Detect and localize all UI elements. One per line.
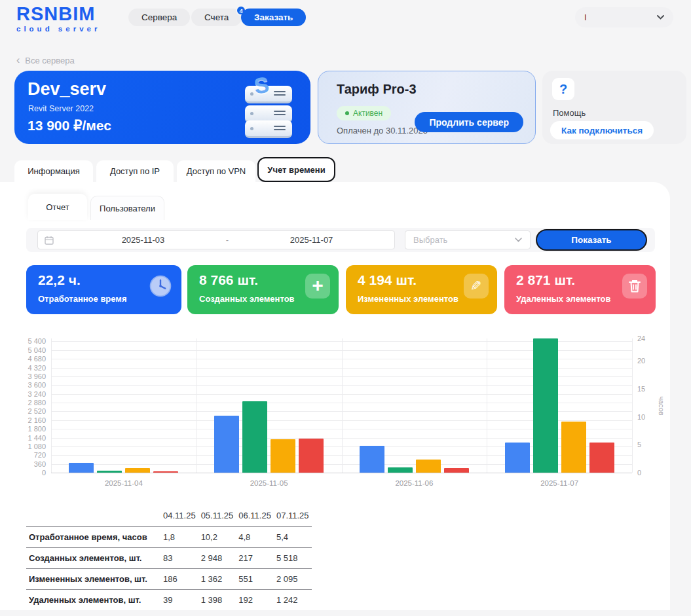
- table-cell: 10,2: [198, 526, 236, 547]
- y-axis-tick-right: 24: [637, 335, 657, 342]
- how-to-connect-link[interactable]: Как подключиться: [550, 121, 654, 139]
- bar-2025-11-06-series-2[interactable]: [416, 460, 441, 473]
- table-cell: 186: [160, 568, 198, 589]
- table-row: Удаленных элементов, шт.391 3981921 242: [26, 589, 312, 610]
- bar-2025-11-07-series-2[interactable]: [561, 422, 586, 473]
- question-mark-icon: ?: [552, 78, 574, 100]
- y-axis-tick-left: 1 440: [3, 434, 46, 442]
- bar-2025-11-05-series-1[interactable]: [242, 401, 267, 473]
- tab-2[interactable]: Доступ по VPN: [177, 160, 255, 182]
- bar-2025-11-05-series-3[interactable]: [299, 439, 324, 473]
- bar-2025-11-06-series-3[interactable]: [444, 468, 469, 473]
- account-select[interactable]: I: [575, 7, 673, 27]
- logo[interactable]: RSNBIM cloud server: [16, 5, 100, 33]
- help-title: Помощь: [553, 108, 586, 118]
- stat-value: 8 766 шт.: [199, 272, 258, 288]
- status-label: Активен: [353, 109, 383, 118]
- table-cell: 5,4: [274, 526, 312, 547]
- tab-3[interactable]: Учет времени: [257, 157, 335, 182]
- tabs-row: ИнформацияДоступ по IPДоступ по VPNУчет …: [0, 157, 691, 182]
- bar-2025-11-04-series-2[interactable]: [125, 468, 150, 473]
- y-axis-tick-left: 3 960: [3, 372, 46, 380]
- extend-server-button[interactable]: Продлить сервер: [415, 112, 523, 132]
- chevron-left-icon: ‹: [16, 55, 20, 65]
- row-label: Отработанное время, часов: [26, 526, 160, 547]
- table-header-row: 04.11.2505.11.2506.11.2507.11.25: [26, 505, 312, 526]
- row-label: Созданных элементов, шт.: [26, 547, 160, 568]
- stat-card-created: 8 766 шт. Созданных элементов +: [187, 265, 339, 314]
- bar-2025-11-05-series-0[interactable]: [214, 416, 239, 473]
- table-row: Отработанное время, часов1,810,24,85,4: [26, 526, 312, 547]
- bar-chart: 03607201 0801 4401 8002 1602 5202 8803 2…: [0, 329, 670, 494]
- server-price: 13 900 ₽/мес: [28, 118, 111, 134]
- y-axis-tick-left: 4 680: [3, 355, 46, 363]
- select-placeholder: Выбрать: [413, 235, 515, 245]
- server-name: Dev_serv: [28, 79, 106, 100]
- tab-1[interactable]: Доступ по IP: [96, 160, 174, 182]
- nav-servers-button[interactable]: Сервера: [128, 9, 190, 26]
- stat-label: Созданных элементов: [199, 294, 295, 304]
- logo-title: RSNBIM: [16, 5, 100, 24]
- y-axis-tick-left: 3 240: [3, 390, 46, 398]
- report-table: 04.11.2505.11.2506.11.2507.11.25 Отработ…: [26, 505, 312, 610]
- stat-label: Отработанное время: [38, 294, 127, 304]
- row-label: Измененных элементов, шт.: [26, 568, 160, 589]
- table-cell: 192: [236, 589, 274, 610]
- stat-card-modified: 4 194 шт. Измененных элементов ✎: [346, 265, 497, 314]
- gridline: [196, 338, 197, 473]
- bar-2025-11-06-series-0[interactable]: [360, 446, 384, 473]
- bar-2025-11-07-series-0[interactable]: [505, 443, 530, 473]
- chevron-down-icon: [515, 238, 522, 242]
- table-cell: 4,8: [236, 526, 274, 547]
- status-badge: Активен: [337, 106, 391, 120]
- gridline: [51, 473, 632, 473]
- table-cell: 5 518: [274, 547, 312, 568]
- y-axis-tick-right: 10: [637, 413, 657, 421]
- bar-2025-11-07-series-3[interactable]: [589, 443, 614, 473]
- table-cell: 2 948: [198, 547, 236, 568]
- table-column-header: 06.11.25: [236, 505, 274, 526]
- server-card: Dev_serv Revit Server 2022 13 900 ₽/мес …: [14, 71, 310, 144]
- bar-2025-11-04-series-0[interactable]: [69, 463, 94, 473]
- y-axis-tick-right: 5: [637, 441, 657, 448]
- table-cell: 2 095: [274, 568, 312, 589]
- nav-bills-button[interactable]: Счета 4: [191, 9, 242, 26]
- date-from-value[interactable]: 2025-11-03: [60, 235, 226, 245]
- bar-2025-11-04-series-1[interactable]: [97, 471, 122, 473]
- stat-label: Измененных элементов: [358, 294, 458, 304]
- user-select-dropdown[interactable]: Выбрать: [405, 230, 531, 249]
- table-cell: 1 398: [198, 589, 236, 610]
- subtab-1[interactable]: Пользователи: [90, 196, 164, 220]
- bar-2025-11-05-series-2[interactable]: [271, 439, 295, 473]
- date-to-value[interactable]: 2025-11-07: [229, 235, 394, 245]
- y-axis-title: часов: [658, 396, 665, 415]
- calendar-icon: [45, 236, 54, 245]
- x-axis-label: 2025-11-06: [362, 479, 466, 487]
- table-cell: 217: [236, 547, 274, 568]
- subtab-0[interactable]: Отчет: [28, 194, 87, 220]
- gridline: [51, 338, 52, 473]
- filter-bar: 2025-11-03 - 2025-11-07 Выбрать Показать: [26, 228, 655, 252]
- show-button[interactable]: Показать: [536, 229, 647, 251]
- date-range-input[interactable]: 2025-11-03 - 2025-11-07: [37, 230, 395, 249]
- gridline: [632, 338, 633, 473]
- table-cell: 39: [160, 589, 198, 610]
- pencil-icon: ✎: [464, 274, 489, 299]
- bar-2025-11-07-series-1[interactable]: [533, 338, 558, 473]
- table-row: Созданных элементов, шт.832 9482175 518: [26, 547, 312, 568]
- bar-2025-11-04-series-3[interactable]: [153, 471, 178, 473]
- y-axis-tick-left: 5 400: [3, 337, 46, 345]
- table-row: Измененных элементов, шт.1861 3625512 09…: [26, 568, 312, 589]
- y-axis-tick-left: 2 160: [3, 416, 46, 424]
- table-column-header: 05.11.25: [198, 505, 236, 526]
- x-axis-label: 2025-11-07: [507, 479, 612, 487]
- breadcrumb[interactable]: ‹ Все сервера: [16, 55, 75, 65]
- clock-icon: [148, 274, 173, 299]
- tab-0[interactable]: Информация: [14, 160, 93, 182]
- stat-label: Удаленных элементов: [516, 294, 611, 304]
- nav-order-button[interactable]: Заказать: [241, 9, 306, 26]
- stat-value: 22,2 ч.: [38, 272, 81, 288]
- x-axis-label: 2025-11-05: [217, 479, 322, 487]
- y-axis-tick-left: 0: [3, 469, 46, 477]
- bar-2025-11-06-series-1[interactable]: [388, 467, 413, 473]
